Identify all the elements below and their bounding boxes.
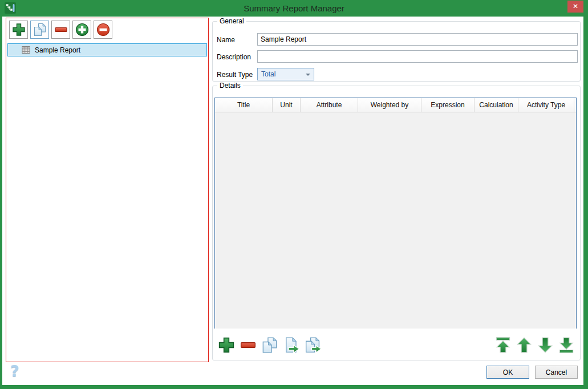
description-label: Description: [217, 53, 251, 61]
window-title: Summary Report Manager: [0, 0, 588, 17]
details-legend: Details: [217, 82, 243, 90]
copy-icon: [33, 22, 47, 37]
move-last-icon: [557, 336, 575, 354]
add-icon: [11, 22, 26, 37]
close-icon: ✕: [573, 2, 578, 10]
name-input[interactable]: [257, 33, 578, 46]
import-icon: [282, 336, 301, 354]
column-header-title[interactable]: Title: [215, 98, 273, 112]
close-button[interactable]: ✕: [567, 1, 583, 13]
move-down-button[interactable]: [536, 336, 554, 354]
help-button[interactable]: ?: [10, 362, 19, 380]
result-type-dropdown[interactable]: Total: [257, 68, 314, 80]
copy-report-button[interactable]: [30, 21, 49, 39]
table-icon: [22, 46, 30, 54]
move-last-button[interactable]: [557, 336, 575, 354]
details-row-toolbar: [217, 336, 322, 354]
dialog-client-area: Sample Report General Name Description R…: [2, 17, 583, 385]
move-up-button[interactable]: [515, 336, 533, 354]
remove-icon: [239, 336, 257, 354]
circle-remove-icon: [96, 22, 111, 37]
report-list-panel: Sample Report: [6, 18, 209, 362]
column-header-expression[interactable]: Expression: [421, 98, 475, 112]
details-grid-header: Title Unit Attribute Weighted by Express…: [215, 98, 576, 112]
row-reorder-toolbar: [494, 336, 575, 354]
add-row-button[interactable]: [217, 336, 236, 354]
column-header-calculation[interactable]: Calculation: [475, 98, 518, 112]
titlebar[interactable]: Summary Report Manager ✕: [0, 0, 588, 17]
report-item-label: Sample Report: [35, 46, 80, 54]
column-header-activity-type[interactable]: Activity Type: [518, 98, 574, 112]
move-first-icon: [494, 336, 512, 354]
help-icon: ?: [10, 362, 19, 380]
result-type-value: Total: [261, 68, 275, 80]
general-legend: General: [217, 17, 246, 25]
summary-report-manager-window: Summary Report Manager ✕: [0, 0, 588, 389]
column-header-weighted-by[interactable]: Weighted by: [358, 98, 421, 112]
chevron-down-icon: [306, 74, 310, 76]
column-header-filler: [574, 98, 576, 112]
details-grid: Title Unit Attribute Weighted by Express…: [214, 98, 577, 329]
add-report-button[interactable]: [9, 21, 28, 39]
column-header-unit[interactable]: Unit: [273, 98, 301, 112]
description-input[interactable]: [257, 50, 578, 63]
move-up-icon: [515, 336, 533, 354]
move-first-button[interactable]: [494, 336, 512, 354]
column-header-attribute[interactable]: Attribute: [301, 98, 358, 112]
general-groupbox: General Name Description Result Type Tot…: [212, 21, 581, 82]
ok-button[interactable]: OK: [486, 366, 529, 379]
enable-report-button[interactable]: [72, 21, 91, 39]
remove-icon: [54, 22, 68, 37]
report-list-item[interactable]: Sample Report: [7, 43, 207, 56]
details-groupbox: Details Title Unit Attribute Weighted by…: [212, 86, 581, 360]
circle-add-icon: [75, 22, 90, 37]
remove-report-button[interactable]: [51, 21, 70, 39]
export-rows-button[interactable]: [304, 336, 322, 354]
name-label: Name: [217, 36, 235, 44]
disable-report-button[interactable]: [94, 21, 112, 39]
copy-icon: [261, 336, 279, 354]
remove-row-button[interactable]: [239, 336, 257, 354]
cancel-button[interactable]: Cancel: [535, 366, 578, 379]
copy-row-button[interactable]: [261, 336, 279, 354]
export-icon: [304, 336, 322, 354]
move-down-icon: [536, 336, 554, 354]
add-icon: [217, 336, 236, 354]
import-rows-button[interactable]: [282, 336, 301, 354]
details-grid-body: [215, 112, 576, 329]
report-list-toolbar: [6, 18, 208, 41]
result-type-label: Result Type: [217, 71, 253, 79]
